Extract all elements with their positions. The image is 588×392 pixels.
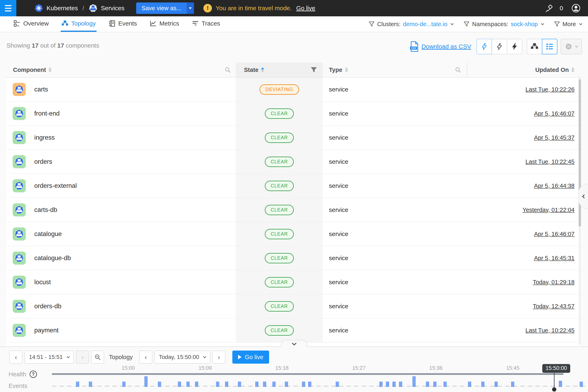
go-live-link[interactable]: Go live — [296, 5, 315, 12]
playhead-line[interactable] — [554, 371, 554, 389]
event-bar[interactable] — [285, 382, 288, 387]
zoom-out-button[interactable] — [91, 350, 104, 364]
table-row[interactable]: front-end CLEAR service Apr 5, 16:46:07 — [6, 102, 582, 126]
updated-link[interactable]: Yesterday, 01:22:04 — [522, 206, 574, 213]
table-row[interactable]: orders CLEAR service Last Tue, 10:22:45 — [6, 150, 582, 174]
updated-link[interactable]: Apr 5, 16:45:37 — [534, 134, 574, 141]
event-bar[interactable] — [412, 376, 416, 387]
event-bar[interactable] — [158, 382, 161, 387]
download-csv-link[interactable]: CSV Download as CSV — [410, 41, 471, 52]
event-bar[interactable] — [433, 382, 436, 387]
help-icon[interactable]: ? — [30, 370, 37, 378]
column-header-type[interactable]: Type — [323, 62, 467, 77]
breadcrumb-kubernetes[interactable]: Kubernetes — [46, 5, 78, 12]
sort-icon-active[interactable] — [261, 68, 264, 72]
range-prev-button[interactable]: ‹ — [10, 350, 22, 364]
download-csv-label[interactable]: Download as CSV — [422, 43, 471, 50]
sort-icon[interactable] — [345, 68, 348, 72]
event-bar[interactable] — [444, 382, 447, 387]
event-bar[interactable] — [481, 382, 484, 387]
state-filter-icon[interactable] — [310, 66, 317, 73]
event-bar[interactable] — [178, 382, 181, 387]
playhead-tooltip[interactable]: 15:50:00 — [542, 364, 570, 373]
tab-traces[interactable]: Traces — [191, 16, 221, 32]
event-bar[interactable] — [302, 382, 305, 387]
event-bar[interactable] — [336, 382, 339, 387]
playhead-dot[interactable] — [552, 387, 556, 392]
updated-link[interactable]: Today, 01:29:18 — [533, 279, 574, 286]
updated-link[interactable]: Apr 5, 16:46:07 — [534, 110, 574, 117]
timeline-collapse-tab[interactable] — [281, 340, 308, 347]
event-bar[interactable] — [386, 382, 389, 387]
tab-overview[interactable]: Overview — [13, 16, 50, 32]
namespaces-filter[interactable]: Namespaces: sock-shop — [464, 21, 544, 28]
table-row[interactable]: ingress CLEAR service Apr 5, 16:45:37 — [6, 126, 582, 150]
timestamp-dropdown[interactable]: Today, 15:50:00 — [154, 350, 210, 364]
bolt-outline-active-button[interactable] — [476, 39, 492, 54]
table-row[interactable]: carts-db CLEAR service Yesterday, 01:22:… — [6, 198, 582, 222]
event-bar[interactable] — [426, 382, 429, 387]
time-range-dropdown[interactable]: 14:51 - 15:51 — [24, 350, 74, 364]
updated-link[interactable]: Apr 5, 16:45:31 — [534, 255, 574, 262]
search-icon[interactable] — [455, 66, 461, 73]
search-icon[interactable] — [224, 66, 231, 73]
event-bar[interactable] — [272, 382, 276, 387]
table-row[interactable]: orders-external CLEAR service Apr 5, 16:… — [6, 174, 582, 198]
event-bar[interactable] — [238, 382, 241, 387]
event-bar[interactable] — [263, 382, 266, 387]
table-row[interactable]: locust CLEAR service Today, 01:29:18 — [6, 270, 582, 294]
table-row[interactable]: catalogue CLEAR service Apr 5, 16:46:07 — [6, 222, 582, 246]
list-view-button[interactable] — [542, 39, 558, 54]
event-bar[interactable] — [255, 382, 258, 387]
column-header-updated-on[interactable]: Updated On — [467, 62, 582, 77]
settings-dropdown-button[interactable] — [561, 39, 582, 54]
column-header-state[interactable]: State — [236, 62, 323, 77]
event-bar[interactable] — [195, 382, 198, 387]
time-next-button[interactable]: › — [212, 350, 226, 364]
namespaces-value[interactable]: sock-shop — [511, 21, 538, 28]
column-header-component[interactable]: Component — [6, 62, 236, 77]
clusters-value[interactable]: demo-de...tate.io — [403, 21, 448, 28]
updated-link[interactable]: Today, 12:43:57 — [533, 303, 574, 310]
event-bar[interactable] — [186, 382, 190, 387]
updated-link[interactable]: Last Tue, 10:22:26 — [526, 86, 574, 93]
event-bar[interactable] — [225, 382, 228, 387]
event-bar[interactable] — [76, 382, 79, 387]
pin-icon[interactable] — [545, 4, 554, 13]
sort-icon[interactable] — [571, 68, 574, 72]
event-bar[interactable] — [379, 382, 382, 387]
sort-icon[interactable] — [48, 68, 52, 72]
tab-metrics[interactable]: Metrics — [149, 16, 180, 32]
range-next-button[interactable]: › — [76, 350, 89, 364]
event-bar[interactable] — [399, 382, 402, 387]
save-view-as-button[interactable]: Save view as... — [136, 2, 194, 14]
table-row[interactable]: catalogue-db CLEAR service Apr 5, 16:45:… — [6, 246, 582, 270]
time-prev-button[interactable]: ‹ — [139, 350, 152, 364]
table-row[interactable]: carts DEVIATING service Last Tue, 10:22:… — [6, 78, 582, 102]
go-live-button[interactable]: Go live — [232, 350, 269, 364]
more-filters[interactable]: More — [554, 21, 582, 28]
tab-topology[interactable]: Topology — [61, 16, 96, 32]
event-bar[interactable] — [392, 382, 396, 387]
event-bar[interactable] — [122, 382, 126, 387]
event-bar[interactable] — [144, 376, 148, 387]
clusters-filter[interactable]: Clusters: demo-de...tate.io — [368, 21, 453, 28]
event-bar[interactable] — [559, 381, 562, 387]
user-avatar-icon[interactable] — [571, 4, 581, 13]
table-row[interactable]: payment CLEAR service Last Tue, 10:22:45 — [6, 318, 582, 342]
table-row[interactable]: orders-db CLEAR service Today, 12:43:57 — [6, 294, 582, 318]
event-bar[interactable] — [216, 382, 219, 387]
event-bar[interactable] — [468, 382, 471, 387]
updated-link[interactable]: Last Tue, 10:22:45 — [526, 158, 574, 165]
hamburger-menu-button[interactable] — [0, 0, 16, 16]
topology-view-button[interactable] — [527, 39, 542, 54]
bolt-outline-button[interactable] — [492, 39, 507, 54]
event-bar[interactable] — [89, 382, 92, 387]
tab-events[interactable]: Events — [108, 16, 138, 32]
save-view-as-label[interactable]: Save view as... — [136, 2, 186, 14]
event-bar[interactable] — [511, 382, 514, 387]
event-bar[interactable] — [308, 382, 311, 387]
event-bar[interactable] — [580, 382, 583, 387]
bolt-filled-button[interactable] — [507, 39, 522, 54]
breadcrumb-services[interactable]: Services — [101, 5, 124, 12]
